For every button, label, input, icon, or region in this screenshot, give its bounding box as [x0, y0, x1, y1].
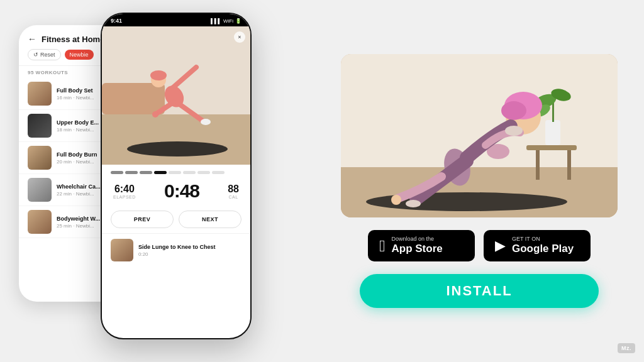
google-play-button[interactable]: ▶ GET IT ON Google Play [484, 230, 591, 261]
workout-thumbnail [28, 146, 52, 170]
workout-video: × [102, 26, 250, 165]
status-icons: ▌▌▌ WiFi 🔋 [211, 18, 242, 24]
progress-dot [197, 171, 210, 174]
elapsed-display: 6:40 ELAPSED [113, 184, 136, 199]
google-play-icon: ▶ [495, 238, 506, 254]
svg-point-6 [150, 70, 167, 80]
elapsed-label: ELAPSED [113, 195, 136, 199]
cal-value: 88 [228, 184, 239, 195]
progress-dot [169, 171, 181, 174]
appstore-main: App Store [392, 243, 443, 255]
workout-thumbnail [28, 114, 52, 138]
google-play-sub: GET IT ON [512, 236, 574, 242]
controls-row: PREV NEXT [102, 206, 250, 233]
back-arrow-icon[interactable]: ← [28, 34, 36, 44]
svg-rect-14 [536, 148, 540, 180]
progress-section: 6:40 ELAPSED 0:48 88 CAL [102, 165, 250, 206]
svg-point-28 [505, 126, 523, 136]
appstore-text: Download on the App Store [392, 236, 443, 255]
elapsed-value: 6:40 [113, 184, 136, 195]
battery-icon: 🔋 [235, 18, 242, 24]
progress-dot [125, 171, 138, 174]
svg-rect-15 [567, 148, 571, 180]
main-timer: 0:48 [164, 180, 199, 202]
install-button[interactable]: INSTALL [360, 274, 599, 308]
store-buttons:  Download on the App Store ▶ GET IT ON … [368, 230, 591, 261]
appstore-sub: Download on the [392, 236, 443, 242]
svg-point-3 [127, 141, 228, 156]
left-section: ← Fitness at Home ↺ Reset Newbie 95 WORK… [0, 0, 314, 362]
timer-row: 6:40 ELAPSED 0:48 88 CAL [111, 180, 242, 202]
apple-icon:  [379, 238, 386, 254]
watermark: Mz. [618, 343, 635, 353]
next-exercise-info: Side Lunge to Knee to Chest 0:20 [138, 244, 216, 257]
next-exercise: Side Lunge to Knee to Chest 0:20 [102, 233, 250, 266]
svg-rect-2 [102, 83, 165, 114]
svg-rect-1 [102, 114, 250, 165]
phone-notch [154, 14, 198, 25]
status-time: 9:41 [111, 18, 122, 24]
right-section:  Download on the App Store ▶ GET IT ON … [314, 0, 644, 362]
cal-label: CAL [228, 195, 239, 199]
reset-button[interactable]: ↺ Reset [28, 49, 61, 60]
next-exercise-duration: 0:20 [138, 251, 216, 257]
svg-rect-17 [545, 120, 560, 145]
appstore-button[interactable]:  Download on the App Store [368, 230, 475, 261]
workout-thumbnail [28, 82, 52, 106]
progress-dot [212, 171, 225, 174]
svg-rect-16 [526, 145, 577, 150]
svg-point-29 [391, 195, 401, 205]
filter-newbie-button[interactable]: Newbie [65, 50, 94, 60]
progress-dot [140, 171, 152, 174]
app-title: Fitness at Home [42, 35, 104, 44]
progress-dot [183, 171, 196, 174]
prev-button[interactable]: PREV [111, 211, 174, 228]
next-exercise-name: Side Lunge to Knee to Chest [138, 244, 216, 250]
progress-dot [111, 171, 123, 174]
phone-front: 9:41 ▌▌▌ WiFi 🔋 × [101, 13, 252, 339]
google-play-main: Google Play [512, 243, 574, 255]
svg-point-11 [201, 119, 211, 125]
svg-point-30 [406, 200, 421, 207]
svg-point-10 [152, 111, 158, 118]
close-button[interactable]: × [234, 31, 245, 43]
svg-point-26 [501, 101, 526, 120]
cal-display: 88 CAL [228, 184, 239, 199]
next-button[interactable]: NEXT [179, 211, 242, 228]
workout-thumbnail [28, 210, 52, 234]
fitness-photo [341, 54, 618, 217]
signal-icon: ▌▌▌ [211, 18, 221, 24]
next-exercise-thumbnail [111, 239, 133, 261]
workout-thumbnail [28, 178, 52, 202]
svg-rect-12 [341, 54, 618, 180]
wifi-icon: WiFi [223, 18, 233, 24]
progress-dot-active [154, 171, 167, 174]
google-play-text: GET IT ON Google Play [512, 236, 574, 255]
progress-dots [111, 171, 242, 174]
